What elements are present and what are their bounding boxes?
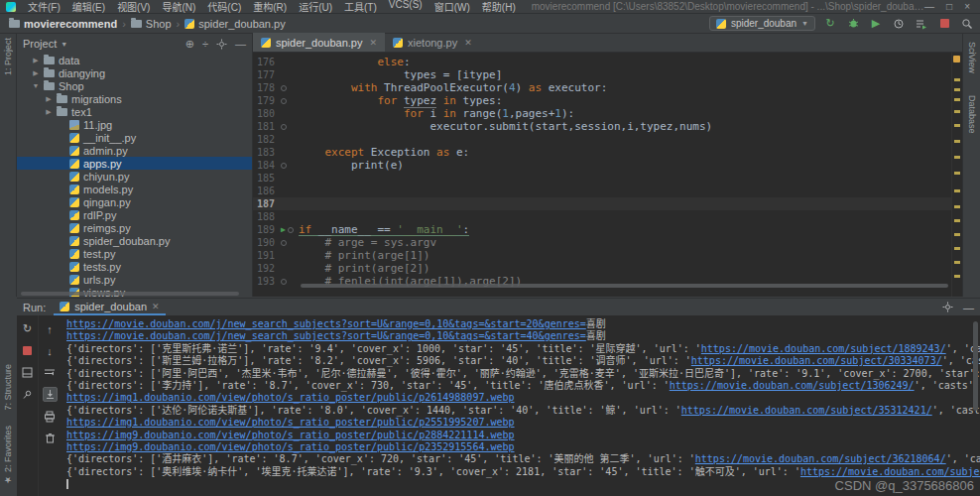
menu-item[interactable]: 窗口(W)	[429, 0, 476, 14]
gear-icon[interactable]	[216, 39, 227, 50]
pin-icon[interactable]	[20, 387, 35, 402]
code-line-177[interactable]: 177 types = [itype]	[253, 68, 962, 81]
inspection-indicator-icon[interactable]	[953, 56, 960, 62]
tree-item-data[interactable]: ▶data	[17, 54, 252, 66]
close-button[interactable]: ×	[964, 1, 970, 12]
tree-expand-icon[interactable]: ▶	[32, 57, 40, 64]
gear-icon[interactable]	[942, 302, 953, 312]
code-line-182[interactable]: 182	[253, 133, 962, 146]
breadcrumb-item[interactable]: spider_douban.py	[182, 18, 288, 30]
warning-mark[interactable]	[954, 78, 960, 81]
fold-icon[interactable]	[281, 124, 287, 130]
warning-mark[interactable]	[954, 156, 960, 159]
tree-item-shop[interactable]: ▼Shop	[17, 79, 252, 92]
run-console-tab[interactable]: spider_douban ✕	[54, 299, 165, 315]
menu-item[interactable]: 导航(N)	[156, 0, 201, 14]
code-editor[interactable]: 176 else:177 types = [itype]178 with Thr…	[253, 53, 962, 297]
menu-item[interactable]: 文件(F)	[22, 0, 66, 14]
tree-item-qingan-py[interactable]: qingan.py	[17, 195, 252, 208]
stop-icon[interactable]	[20, 343, 35, 358]
tree-item-reimgs-py[interactable]: reimgs.py	[17, 221, 252, 234]
tree-item-spider-douban-py[interactable]: spider_douban.py	[17, 234, 252, 247]
tool-window-button-sciview[interactable]: SciView	[967, 42, 977, 73]
code-line-192[interactable]: 192 # print(arge[2])	[253, 262, 962, 275]
tree-item-tex1[interactable]: ▶tex1	[17, 105, 252, 118]
console-link[interactable]: https://movie.douban.com/j/new_search_su…	[66, 330, 586, 341]
code-line-178[interactable]: 178 with ThreadPoolExecutor(4) as execut…	[253, 81, 962, 94]
tool-window-button-favorites[interactable]: ★ 2: Favorites	[3, 426, 13, 485]
code-line-179[interactable]: 179 for typez in types:	[253, 94, 962, 107]
tree-expand-icon[interactable]: ▶	[32, 69, 40, 77]
menu-item[interactable]: VCS(S)	[383, 0, 429, 14]
locate-file-icon[interactable]: ⊕	[185, 38, 194, 51]
editor-tab-spider-douban-py[interactable]: spider_douban.py✕	[253, 33, 385, 52]
code-line-188[interactable]: 188	[253, 210, 962, 223]
code-line-186[interactable]: 186	[253, 185, 962, 197]
project-horizontal-scrollbar[interactable]	[21, 292, 239, 296]
warning-mark[interactable]	[954, 275, 960, 278]
up-stacktrace-icon[interactable]: ↑	[43, 321, 58, 336]
tree-item-rdip-py[interactable]: rdIP.py	[17, 208, 252, 221]
tree-item-test-py[interactable]: test.py	[17, 247, 252, 260]
code-line-187[interactable]: 187	[253, 197, 962, 210]
console-link[interactable]: https://movie.douban.com/subject/1889243…	[701, 343, 946, 354]
fold-icon[interactable]	[281, 163, 287, 169]
tree-item-models-py[interactable]: models.py	[17, 183, 252, 195]
warning-mark[interactable]	[954, 98, 960, 101]
tool-window-button-structure[interactable]: 7: Structure	[3, 364, 13, 411]
code-line-181[interactable]: 181 executor.submit(start,session,i,type…	[253, 120, 962, 133]
menu-item[interactable]: 代码(C)	[201, 0, 247, 14]
menu-item[interactable]: 工具(T)	[338, 0, 383, 14]
warning-mark[interactable]	[954, 219, 960, 222]
fold-icon[interactable]	[281, 240, 287, 246]
minimize-button[interactable]: —	[924, 1, 934, 12]
menu-item[interactable]: 编辑(E)	[66, 0, 111, 14]
tree-expand-icon[interactable]: ▶	[45, 108, 53, 116]
soft-wrap-icon[interactable]	[43, 365, 58, 380]
warning-mark[interactable]	[954, 189, 960, 192]
console-link[interactable]: https://img9.doubanio.com/view/photo/s_r…	[66, 441, 515, 452]
editor-tab-xietong-py[interactable]: xietong.py✕	[385, 33, 480, 52]
tree-item-apps-py[interactable]: apps.py	[17, 157, 252, 170]
collapse-all-icon[interactable]: ÷	[202, 38, 208, 50]
debug-button[interactable]	[846, 17, 860, 31]
restore-layout-icon[interactable]	[20, 365, 35, 380]
menu-item[interactable]: 视图(V)	[111, 0, 156, 14]
tree-item-diangying[interactable]: ▶diangying	[17, 66, 252, 79]
hide-panel-icon[interactable]: —	[235, 38, 246, 50]
code-line-191[interactable]: 191 # print(arge[1])	[253, 249, 962, 262]
code-line-189[interactable]: 189▶if __name__ == '__main__':	[253, 223, 962, 236]
stop-button[interactable]	[937, 17, 951, 31]
code-line-183[interactable]: 183 except Exception as e:	[253, 146, 962, 159]
tree-expand-icon[interactable]: ▶	[45, 95, 53, 103]
breadcrumb-item[interactable]: Shop	[128, 18, 175, 30]
hide-panel-icon[interactable]: —	[963, 302, 974, 313]
tree-item--init-py[interactable]: __init__.py	[17, 131, 252, 144]
warning-mark[interactable]	[954, 233, 960, 236]
run-with-coverage-button[interactable]: ▶	[869, 17, 883, 31]
print-icon[interactable]	[43, 409, 58, 424]
project-panel-title[interactable]: Project	[23, 38, 57, 50]
console-scrollbar[interactable]	[973, 321, 978, 411]
tool-window-button-project[interactable]: 1: Project	[3, 38, 13, 75]
close-icon[interactable]: ✕	[369, 38, 377, 48]
menu-item[interactable]: 运行(U)	[293, 0, 338, 14]
console-link[interactable]: https://movie.douban.com/subject/3531242…	[681, 405, 932, 416]
run-line-icon[interactable]: ▶	[281, 226, 286, 234]
breadcrumb-item[interactable]: movierecommend	[6, 18, 120, 30]
close-icon[interactable]: ✕	[152, 302, 160, 311]
tree-expand-icon[interactable]: ▼	[32, 82, 40, 89]
fold-icon[interactable]	[288, 227, 294, 233]
warning-mark[interactable]	[954, 261, 960, 264]
maximize-button[interactable]: □	[946, 1, 952, 12]
warning-mark[interactable]	[954, 140, 960, 143]
rerun-icon[interactable]: ↻	[20, 321, 35, 336]
tree-item-urls-py[interactable]: urls.py	[17, 273, 252, 286]
code-line-180[interactable]: 180 for i in range(1,pages+1):	[253, 107, 962, 120]
profile-button[interactable]	[892, 17, 906, 31]
console-link[interactable]: https://img1.doubanio.com/view/photo/s_r…	[66, 417, 515, 428]
tree-item-tests-py[interactable]: tests.py	[17, 260, 252, 273]
menu-item[interactable]: 帮助(H)	[476, 0, 522, 14]
code-line-190[interactable]: 190 # arge = sys.argv	[253, 236, 962, 249]
run-with-params-button[interactable]	[915, 17, 928, 31]
